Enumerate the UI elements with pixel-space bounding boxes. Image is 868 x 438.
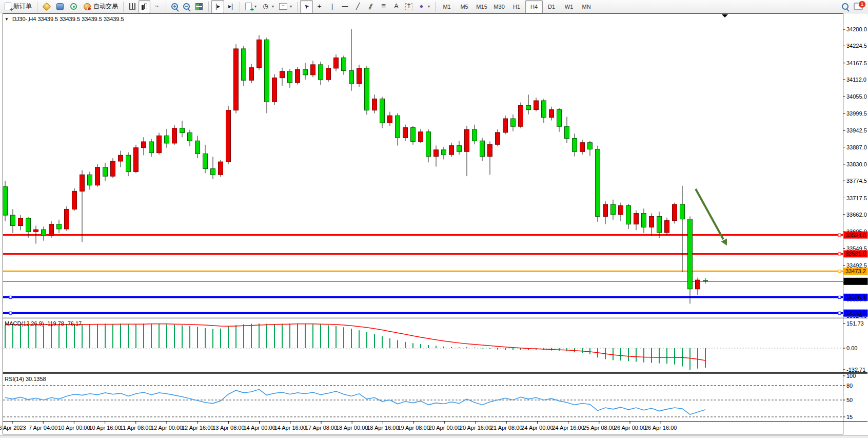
equidistant-channel-button[interactable]: ∥ [364, 0, 377, 13]
timeframe-mn-button[interactable]: MN [578, 0, 595, 13]
timeframe-m30-button[interactable]: M30 [490, 0, 508, 13]
autotrade-button[interactable]: 自动交易 [81, 0, 121, 13]
timeframe-w1-button[interactable]: W1 [560, 0, 578, 13]
svg-text:33717.5: 33717.5 [846, 195, 867, 201]
candle [603, 204, 608, 216]
candle [34, 230, 38, 232]
horizontal-line-icon: — [341, 3, 349, 10]
auto-scroll-button[interactable]: |▸ [211, 0, 224, 13]
chart-canvas[interactable]: 34280.034224.534167.534112.034055.033999… [0, 13, 868, 438]
candle [95, 167, 100, 185]
timeframe-m5-button[interactable]: M5 [456, 0, 473, 13]
svg-text:26 Apr 16:00: 26 Apr 16:00 [645, 425, 677, 431]
chart-shift-icon: ▸| [227, 3, 234, 10]
candle [219, 162, 223, 175]
axis-price-label-33333.6: 33333.6 [844, 310, 868, 317]
cursor-button[interactable]: ➤ [300, 0, 313, 13]
candle [157, 136, 162, 153]
chart-window[interactable]: 34280.034224.534167.534112.034055.033999… [0, 13, 868, 435]
candlestick-chart-button[interactable] [139, 0, 150, 13]
svg-text:14 Apr 16:00: 14 Apr 16:00 [274, 425, 306, 431]
text-button[interactable]: A [390, 0, 403, 13]
signals-button[interactable] [67, 0, 81, 13]
trendline-button[interactable]: ╱ [351, 0, 364, 13]
channel-icon: ∥ [366, 2, 376, 12]
horizontal-line-button[interactable]: — [339, 0, 351, 13]
candle [388, 116, 392, 123]
svg-text:34224.5: 34224.5 [846, 43, 867, 49]
svg-text:33531.0: 33531.0 [845, 251, 866, 257]
bar-chart-button[interactable] [126, 0, 139, 13]
svg-text:34280.0: 34280.0 [846, 26, 867, 32]
timeframe-m1-button[interactable]: M1 [438, 0, 456, 13]
svg-text:0.00: 0.00 [846, 345, 857, 351]
candle [280, 71, 285, 78]
crosshair-icon: + [315, 3, 323, 10]
timeframe-m15-button[interactable]: M15 [473, 0, 490, 13]
profiles-button[interactable] [53, 0, 67, 13]
periods-button[interactable]: ◷▾ [259, 0, 277, 13]
candle [472, 129, 477, 141]
macd-label: MACD(12,26,9) -119.78 -76.17 [5, 320, 82, 327]
candle [142, 142, 146, 148]
arrows-button[interactable]: ◆▾ [415, 0, 432, 13]
candle [596, 149, 600, 217]
candle [357, 68, 362, 84]
horizontal-line-33333.6[interactable] [3, 312, 843, 314]
templates-button[interactable]: ~▾ [277, 0, 294, 13]
svg-text:33386.4: 33386.4 [845, 294, 866, 300]
svg-text:26 Apr 00:00: 26 Apr 00:00 [614, 425, 646, 431]
horizontal-line-33386.4[interactable] [3, 296, 843, 298]
candle [72, 191, 77, 209]
timeframe-d1-button[interactable]: D1 [543, 0, 560, 13]
zoom-in-button[interactable]: + [169, 0, 181, 13]
market-watch-button[interactable] [40, 0, 53, 13]
candle [226, 110, 231, 162]
svg-text:34167.5: 34167.5 [846, 60, 867, 66]
indicators-button[interactable]: ▾ [243, 0, 259, 13]
axis-price-label-33473.2: 33473.2 [844, 268, 868, 275]
candle [542, 101, 546, 118]
svg-text:19 Apr 08:00: 19 Apr 08:00 [398, 425, 429, 431]
crosshair-button[interactable]: + [313, 0, 326, 13]
new-order-button[interactable]: 新订单 [2, 0, 34, 13]
line-chart-button[interactable]: ~ [150, 0, 163, 13]
candle [449, 146, 454, 155]
zoom-out-button[interactable]: − [181, 0, 192, 13]
candle [319, 65, 323, 80]
search-icon[interactable] [842, 3, 849, 10]
signals-icon [70, 3, 77, 10]
candle [326, 68, 331, 80]
candle [688, 219, 693, 289]
candle [195, 141, 200, 154]
svg-text:80: 80 [846, 383, 853, 389]
candle [526, 105, 531, 109]
candle [457, 146, 462, 152]
trendline-icon: ╱ [354, 3, 362, 10]
chart-shift-button[interactable]: ▸| [224, 0, 237, 13]
text-label-icon: T [405, 3, 412, 10]
candle [188, 132, 192, 141]
svg-text:50: 50 [846, 397, 853, 403]
candle [480, 141, 485, 156]
market-watch-icon [43, 2, 51, 11]
candle [403, 128, 408, 138]
vertical-line-button[interactable]: | [326, 0, 339, 13]
text-label-button[interactable]: T [403, 0, 415, 13]
tile-windows-button[interactable] [192, 0, 206, 13]
candle [442, 150, 446, 155]
candle [496, 132, 500, 144]
candle [434, 150, 439, 157]
svg-text:11 Apr 08:00: 11 Apr 08:00 [120, 425, 152, 431]
timeframe-h1-button[interactable]: H1 [508, 0, 525, 13]
fibonacci-button[interactable]: ≣ [377, 0, 390, 13]
chart-dropdown-icon[interactable]: ▼ [5, 17, 9, 22]
candle [65, 209, 69, 229]
chevron-down-icon: ▾ [290, 4, 292, 9]
candle [588, 143, 593, 149]
template-chart-icon: ~ [279, 3, 287, 10]
notifications-icon[interactable]: 1 [854, 3, 863, 10]
svg-text:7 Apr 04:00: 7 Apr 04:00 [29, 425, 57, 431]
svg-text:10 Apr 16:00: 10 Apr 16:00 [89, 425, 121, 431]
timeframe-h4-button[interactable]: H4 [525, 0, 543, 13]
